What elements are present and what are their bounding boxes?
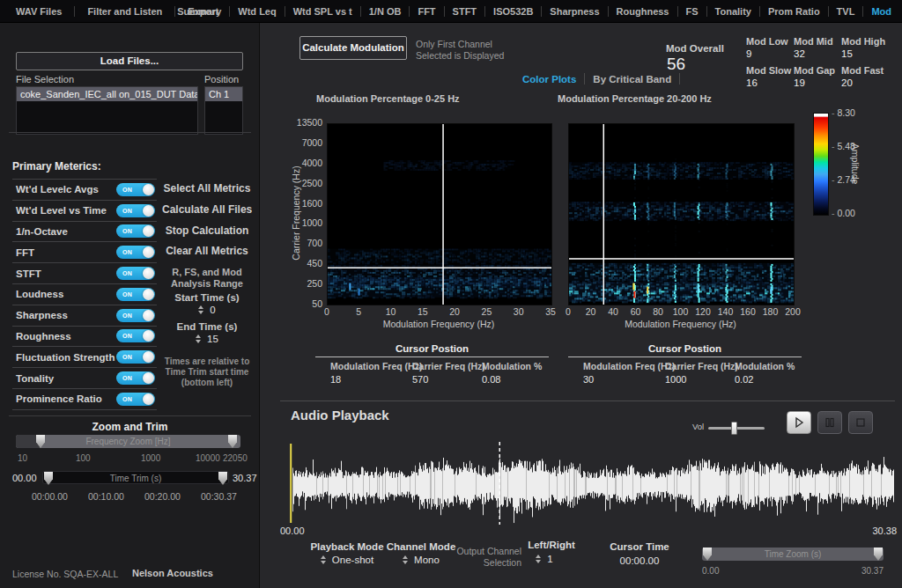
metric-action-button[interactable]: Calculate All Files bbox=[162, 200, 252, 221]
x-axis-tick: 5 bbox=[351, 307, 366, 316]
cursor-modulation-freq: 30 bbox=[568, 371, 650, 385]
playback-mode-stepper[interactable] bbox=[321, 555, 326, 564]
time-trim-slider[interactable]: Time Trim (s) bbox=[42, 471, 229, 484]
metric-toggle[interactable]: ON bbox=[116, 350, 155, 364]
analysis-tab[interactable]: Wtd Leq bbox=[229, 6, 276, 17]
metric-toggle[interactable]: ON bbox=[116, 224, 155, 238]
pause-button[interactable] bbox=[817, 411, 842, 434]
toggle-knob[interactable] bbox=[143, 393, 154, 405]
metric-action-button[interactable]: Stop Calculation bbox=[162, 221, 252, 242]
mod-summary-cell: Mod Slow16 bbox=[746, 65, 794, 88]
analysis-tab[interactable]: Summary bbox=[177, 6, 221, 17]
analysis-range-label: R, FS, and Mod Analysis Range bbox=[162, 267, 252, 290]
analysis-tab[interactable]: Prom Ratio bbox=[759, 6, 820, 17]
mod-summary-value: 32 bbox=[794, 48, 841, 59]
plot-view-tab[interactable]: Color Plots bbox=[522, 74, 576, 85]
metric-toggle[interactable]: ON bbox=[116, 393, 155, 406]
time-zoom-label: Time Zoom (s) bbox=[702, 548, 884, 561]
metric-toggle[interactable]: ON bbox=[116, 309, 155, 322]
channel-list-item-selected[interactable]: Ch 1 bbox=[205, 87, 242, 101]
colorbar-tick: 8.30 bbox=[832, 108, 855, 117]
metric-toggle[interactable]: ON bbox=[116, 267, 155, 280]
toggle-knob[interactable] bbox=[143, 205, 154, 217]
metric-toggle[interactable]: ON bbox=[116, 288, 155, 301]
toggle-state-text: ON bbox=[122, 333, 132, 339]
analysis-tab[interactable]: Tonality bbox=[706, 6, 751, 17]
start-time-stepper[interactable] bbox=[198, 305, 203, 314]
y-axis-tick: 7000 bbox=[302, 138, 322, 147]
analysis-tab[interactable]: Sharpness bbox=[541, 6, 599, 17]
playback-mode-value: One-shot bbox=[332, 555, 373, 565]
metric-label: Wt'd Levelc Avgs bbox=[16, 184, 99, 195]
playback-mode-select[interactable]: One-shot bbox=[303, 555, 391, 565]
toggle-knob[interactable] bbox=[143, 351, 154, 363]
freq-scale-tick: 1000 bbox=[141, 453, 160, 463]
audio-waveform[interactable] bbox=[280, 442, 897, 525]
metric-toggle[interactable]: ON bbox=[116, 204, 155, 217]
left-right-stepper[interactable] bbox=[536, 555, 541, 563]
analysis-tab[interactable]: Roughness bbox=[608, 6, 669, 17]
start-time-value[interactable]: 0 bbox=[210, 305, 215, 315]
modulation-spectrogram-20-200hz[interactable] bbox=[568, 123, 795, 305]
menu-tab[interactable]: WAV Files bbox=[16, 6, 62, 17]
channel-mode-select[interactable]: Mono bbox=[379, 555, 463, 565]
metric-toggle[interactable]: ON bbox=[116, 183, 155, 196]
x-axis-tick: 20 bbox=[582, 307, 600, 316]
analysis-tab[interactable]: Mod bbox=[862, 6, 891, 17]
metric-action-button[interactable]: Clear All Metrics bbox=[162, 241, 252, 262]
y-axis-tick: 1000 bbox=[302, 218, 322, 227]
volume-slider[interactable] bbox=[708, 427, 765, 430]
end-time-value[interactable]: 15 bbox=[207, 334, 218, 344]
toggle-knob[interactable] bbox=[143, 184, 154, 195]
file-list-item-selected[interactable]: coke_Sanden_IEC_all on_015_DUT Data_A1_ … bbox=[17, 87, 197, 101]
analysis-tab[interactable]: Wtd SPL vs t bbox=[285, 6, 352, 17]
toggle-knob[interactable] bbox=[143, 246, 154, 258]
metric-label: Wt'd Level vs Time bbox=[16, 205, 107, 216]
pause-icon bbox=[824, 416, 836, 429]
position-list[interactable]: Ch 1 bbox=[204, 86, 243, 135]
x-axis-tick: 180 bbox=[762, 307, 780, 316]
metric-toggle[interactable]: ON bbox=[116, 371, 155, 385]
channel-mode-stepper[interactable] bbox=[403, 555, 408, 564]
toggle-knob[interactable] bbox=[143, 268, 154, 279]
analysis-tab[interactable]: TVL bbox=[828, 6, 855, 17]
section-divider bbox=[280, 401, 895, 401]
calculate-modulation-button[interactable]: Calculate Modulation bbox=[299, 36, 407, 60]
time-zoom-slider[interactable]: Time Zoom (s) bbox=[702, 548, 884, 561]
stop-button[interactable] bbox=[848, 411, 873, 434]
mod-summary-label: Mod Low bbox=[746, 36, 794, 47]
toggle-knob[interactable] bbox=[143, 310, 154, 321]
mod-summary-value: 15 bbox=[841, 48, 889, 59]
plot-view-tab[interactable]: By Critical Band bbox=[593, 74, 671, 85]
mod-summary-cell: Mod High15 bbox=[841, 36, 889, 59]
metric-toggle[interactable]: ON bbox=[116, 329, 155, 342]
metric-toggle[interactable]: ON bbox=[116, 246, 155, 259]
volume-slider-knob[interactable] bbox=[731, 422, 737, 435]
modulation-spectrogram-0-25hz[interactable] bbox=[327, 123, 552, 305]
analysis-tab[interactable]: STFT bbox=[444, 6, 477, 17]
end-time-field: 15 bbox=[162, 334, 252, 344]
play-button[interactable] bbox=[787, 411, 811, 434]
analysis-tab[interactable]: FS bbox=[677, 6, 699, 17]
menu-tab[interactable]: Filter and Listen bbox=[74, 6, 162, 17]
left-right-value: 1 bbox=[547, 554, 552, 564]
toggle-knob[interactable] bbox=[143, 225, 154, 237]
frequency-zoom-slider[interactable]: Frequency Zoom [Hz] bbox=[16, 435, 240, 448]
left-right-select[interactable]: 1 bbox=[520, 554, 569, 564]
file-selection-list[interactable]: coke_Sanden_IEC_all on_015_DUT Data_A1_ … bbox=[16, 86, 198, 135]
divider bbox=[9, 415, 251, 416]
end-time-stepper[interactable] bbox=[196, 334, 201, 343]
toggle-knob[interactable] bbox=[143, 330, 154, 342]
analysis-tab[interactable]: FFT bbox=[409, 6, 435, 17]
toggle-state-text: ON bbox=[122, 312, 132, 319]
toggle-knob[interactable] bbox=[143, 289, 154, 300]
sqa-application-window: WAV FilesFilter and ListenExport Summary… bbox=[0, 0, 902, 588]
mod-summary-value: 19 bbox=[794, 77, 841, 88]
toggle-knob[interactable] bbox=[143, 372, 154, 384]
volume-label: Vol bbox=[692, 422, 704, 431]
analysis-tab[interactable]: ISO532B bbox=[484, 6, 533, 17]
cursor-col-header: Modulation Freq (Hz) bbox=[315, 357, 397, 371]
analysis-tab[interactable]: 1/N OB bbox=[360, 6, 402, 17]
load-files-button[interactable]: Load Files... bbox=[16, 52, 243, 70]
metric-action-button[interactable]: Select All Metrics bbox=[162, 179, 252, 200]
